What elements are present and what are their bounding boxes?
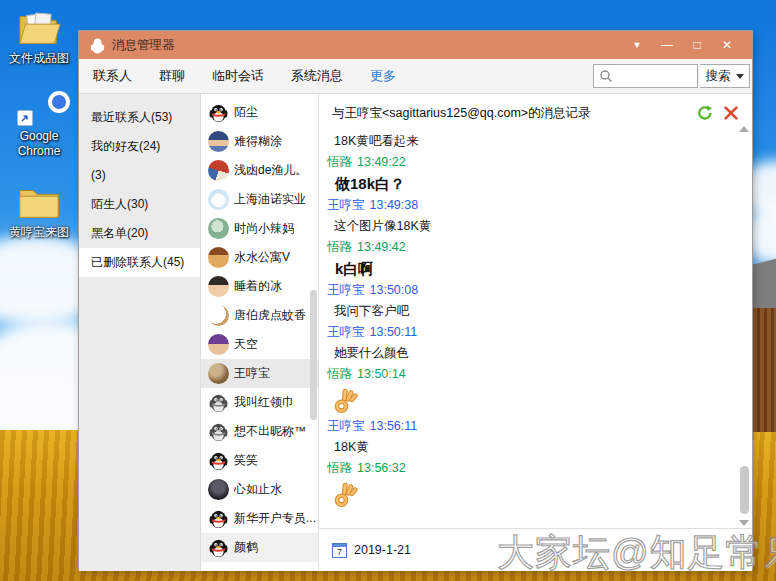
- contact-row[interactable]: 睡着的冰: [201, 272, 318, 301]
- photo-avatar: [208, 218, 229, 239]
- titlebar[interactable]: 消息管理器 ▼ — □ ✕: [79, 31, 752, 59]
- contact-row[interactable]: 难得糊涂: [201, 127, 318, 156]
- contact-row[interactable]: 水水公寓V: [201, 243, 318, 272]
- search-button-label: 搜索: [706, 68, 731, 85]
- contact-row[interactable]: 浅凼de渔儿。: [201, 156, 318, 185]
- qq-penguin-avatar-offline: [208, 421, 229, 442]
- message-emoji: [319, 385, 752, 416]
- message-scrollbar-thumb[interactable]: [740, 466, 749, 514]
- qq-penguin-avatar: [208, 450, 229, 471]
- contact-row[interactable]: 想不出昵称™: [201, 417, 318, 446]
- sidebar-item-unnamed-group[interactable]: (3): [79, 161, 200, 190]
- message-manager-window: 消息管理器 ▼ — □ ✕ 联系人 群聊 临时会话 系统消息 更多 搜: [78, 30, 753, 570]
- contact-row[interactable]: 陌尘: [201, 98, 318, 127]
- message-text: k白啊: [319, 258, 752, 280]
- scroll-down-arrow[interactable]: [739, 520, 749, 526]
- tab-group-chat[interactable]: 群聊: [159, 67, 185, 85]
- photo-avatar: [208, 305, 229, 326]
- contact-row[interactable]: 颜鹤: [201, 533, 318, 562]
- message-time: 13:50:08: [370, 283, 419, 297]
- sender-name: 王哼宝: [327, 325, 365, 339]
- contact-row[interactable]: 我叫红领巾: [201, 388, 318, 417]
- search-button[interactable]: 搜索: [700, 64, 750, 88]
- window-menu-caret-icon[interactable]: ▼: [622, 40, 652, 50]
- tab-temp-session[interactable]: 临时会话: [212, 67, 264, 85]
- message-panel: 与王哼宝<sagittarius125@qq.com>的消息记录 18K黄吧看起…: [319, 94, 752, 571]
- contact-name: 陌尘: [234, 104, 258, 121]
- photo-avatar: [208, 131, 229, 152]
- contact-name: 唐伯虎点蚊香: [234, 307, 306, 324]
- contact-name: 时尚小辣妈: [234, 220, 294, 237]
- contact-row[interactable]: 笑笑: [201, 446, 318, 475]
- sidebar: 最近联系人(53) 我的好友(24) (3) 陌生人(30) 黑名单(20) 已…: [79, 94, 201, 571]
- tab-more[interactable]: 更多: [370, 67, 396, 85]
- desktop-icon-folder-2[interactable]: 黄哼宝来图: [0, 182, 78, 240]
- message-time: 13:50:14: [357, 367, 406, 381]
- contact-name: 浅凼de渔儿。: [234, 162, 307, 179]
- contact-row-selected[interactable]: 王哼宝: [201, 359, 318, 388]
- message-emoji: [319, 479, 752, 510]
- barn-wall: [750, 308, 776, 432]
- qq-penguin-avatar: [208, 189, 229, 210]
- close-button[interactable]: ✕: [712, 38, 742, 52]
- calendar-icon[interactable]: 7: [332, 543, 347, 558]
- photo-avatar: [208, 334, 229, 355]
- window-title: 消息管理器: [112, 37, 175, 54]
- message-time: 13:49:38: [370, 198, 419, 212]
- message-text: 这个图片像18K黄: [319, 216, 752, 237]
- sidebar-item-blacklist[interactable]: 黑名单(20): [79, 219, 200, 248]
- contact-list-scrollbar[interactable]: [310, 290, 317, 420]
- tab-system-messages[interactable]: 系统消息: [291, 67, 343, 85]
- sidebar-item-deleted-contacts[interactable]: 已删除联系人(45): [79, 248, 200, 277]
- ok-hand-emoji: [332, 388, 358, 414]
- contact-row[interactable]: 天空: [201, 330, 318, 359]
- sidebar-item-strangers[interactable]: 陌生人(30): [79, 190, 200, 219]
- sender-name: 王哼宝: [327, 419, 365, 433]
- message-meta: 悟路13:50:14: [319, 364, 752, 385]
- contact-name: 睡着的冰: [234, 278, 282, 295]
- tab-contacts[interactable]: 联系人: [93, 67, 132, 85]
- message-text: 18K黄吧看起来: [319, 131, 752, 152]
- sender-name: 悟路: [327, 461, 352, 475]
- message-meta: 王哼宝13:50:08: [319, 280, 752, 301]
- contact-name: 天空: [234, 336, 258, 353]
- message-list: 18K黄吧看起来 悟路13:49:22 做18k白？ 王哼宝13:49:38 这…: [319, 124, 752, 510]
- contact-name: 水水公寓V: [234, 249, 290, 266]
- delete-icon[interactable]: [722, 104, 740, 122]
- photo-avatar: [208, 247, 229, 268]
- desktop-icon-chrome[interactable]: Google Chrome: [0, 82, 78, 159]
- contact-row[interactable]: 心如止水: [201, 475, 318, 504]
- desktop: 文件成品图 Google Chrome 黄哼宝来图 消息管理器: [0, 0, 776, 581]
- contact-row[interactable]: 唐伯虎点蚊香: [201, 301, 318, 330]
- desktop-icon-label: 文件成品图: [0, 51, 78, 66]
- desktop-icon-label: Google Chrome: [0, 129, 78, 159]
- qq-penguin-icon: [89, 37, 106, 54]
- scroll-up-arrow[interactable]: [739, 126, 749, 132]
- contact-row[interactable]: 上海油诺实业: [201, 185, 318, 214]
- export-refresh-icon[interactable]: [696, 104, 714, 122]
- contact-name: 我叫红领巾: [234, 394, 294, 411]
- minimize-button[interactable]: —: [652, 38, 682, 52]
- sidebar-item-my-friends[interactable]: 我的好友(24): [79, 132, 200, 161]
- shortcut-arrow-icon: [17, 110, 33, 126]
- photo-avatar: [208, 276, 229, 297]
- desktop-icon-folder-1[interactable]: 文件成品图: [0, 8, 78, 66]
- contact-name: 心如止水: [234, 481, 282, 498]
- contact-name: 难得糊涂: [234, 133, 282, 150]
- message-history-title: 与王哼宝<sagittarius125@qq.com>的消息记录: [319, 94, 752, 124]
- contact-row[interactable]: 新华开户专员...: [201, 504, 318, 533]
- chevron-down-icon: [736, 74, 744, 79]
- contact-row[interactable]: 时尚小辣妈: [201, 214, 318, 243]
- sidebar-item-recent-contacts[interactable]: 最近联系人(53): [79, 103, 200, 132]
- qq-penguin-avatar: [208, 102, 229, 123]
- message-meta: 悟路13:49:22: [319, 152, 752, 173]
- message-meta: 王哼宝13:50:11: [319, 322, 752, 343]
- sender-name: 悟路: [327, 367, 352, 381]
- contact-name: 想不出昵称™: [234, 423, 306, 440]
- message-time: 13:49:22: [357, 155, 406, 169]
- message-time: 13:56:11: [370, 419, 418, 433]
- message-meta: 悟路13:56:32: [319, 458, 752, 479]
- maximize-button[interactable]: □: [682, 38, 712, 52]
- search-input[interactable]: [615, 66, 697, 86]
- message-time: 13:50:11: [370, 325, 418, 339]
